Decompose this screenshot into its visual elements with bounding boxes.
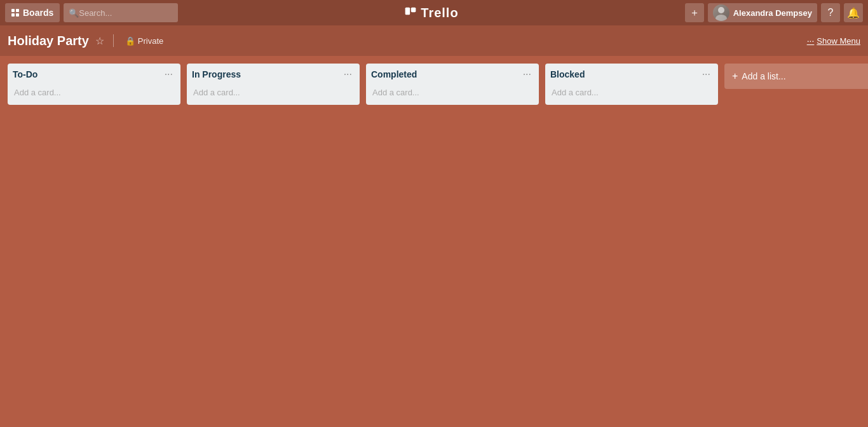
nav-right: ＋ Alexandra Dempsey ? 🔔 [685,3,863,22]
user-name: Alexandra Dempsey [733,8,812,18]
svg-rect-0 [405,8,410,15]
svg-point-2 [718,7,724,13]
privacy-button[interactable]: 🔒 Private [121,34,167,48]
board-content: To-Do ··· Add a card... In Progress ··· … [0,56,868,419]
grid-icon [11,9,19,17]
list-blocked: Blocked ··· Add a card... [545,64,718,105]
list-blocked-header: Blocked ··· [550,69,713,80]
search-bar[interactable]: 🔍 [64,3,178,22]
board-header: Holiday Party ☆ 🔒 Private ··· Show Menu [0,25,868,56]
dots-icon: ··· [807,36,815,46]
list-todo-menu-button[interactable]: ··· [162,69,175,80]
list-completed-header: Completed ··· [371,69,534,80]
add-button[interactable]: ＋ [685,3,704,22]
board-header-left: Holiday Party ☆ 🔒 Private [8,34,167,48]
list-blocked-add-card[interactable]: Add a card... [550,85,713,100]
star-button[interactable]: ☆ [94,34,105,48]
show-menu-button[interactable]: ··· Show Menu [807,36,860,46]
list-in-progress: In Progress ··· Add a card... [187,64,360,105]
list-completed-add-card[interactable]: Add a card... [371,85,534,100]
board-header-right: ··· Show Menu [807,36,860,46]
svg-point-3 [715,15,727,21]
notifications-button[interactable]: 🔔 [844,3,863,22]
list-todo: To-Do ··· Add a card... [8,64,180,105]
list-in-progress-menu-button[interactable]: ··· [341,69,355,80]
header-divider [113,34,114,47]
add-list-plus-icon: + [732,71,738,82]
list-todo-title: To-Do [13,69,37,79]
search-input[interactable] [79,8,168,18]
boards-label: Boards [23,8,53,18]
list-blocked-menu-button[interactable]: ··· [700,69,713,80]
nav-center: Trello [182,6,681,20]
list-in-progress-add-card[interactable]: Add a card... [192,85,355,100]
board-title: Holiday Party [8,34,89,48]
svg-rect-1 [411,8,416,13]
boards-button[interactable]: Boards [5,3,60,22]
trello-logo: Trello [404,6,458,20]
lock-icon: 🔒 [125,36,135,46]
trello-logo-icon [404,6,417,19]
privacy-label: Private [138,36,163,46]
list-completed: Completed ··· Add a card... [366,64,539,105]
add-list-button[interactable]: + Add a list... [724,64,868,89]
list-blocked-title: Blocked [550,69,585,79]
list-in-progress-title: In Progress [192,69,241,79]
search-icon: 🔍 [69,8,79,18]
show-menu-label: Show Menu [817,36,860,46]
list-todo-add-card[interactable]: Add a card... [13,85,175,100]
user-button[interactable]: Alexandra Dempsey [708,3,817,22]
list-in-progress-header: In Progress ··· [192,69,355,80]
list-todo-header: To-Do ··· [13,69,175,80]
avatar [713,4,729,21]
help-button[interactable]: ? [821,3,840,22]
list-completed-menu-button[interactable]: ··· [520,69,534,80]
logo-text: Trello [421,6,458,20]
add-list-label: Add a list... [742,71,785,81]
avatar-silhouette [713,4,729,21]
navbar: Boards 🔍 Trello ＋ Alexandra Dempsey ? � [0,0,868,25]
list-completed-title: Completed [371,69,417,79]
